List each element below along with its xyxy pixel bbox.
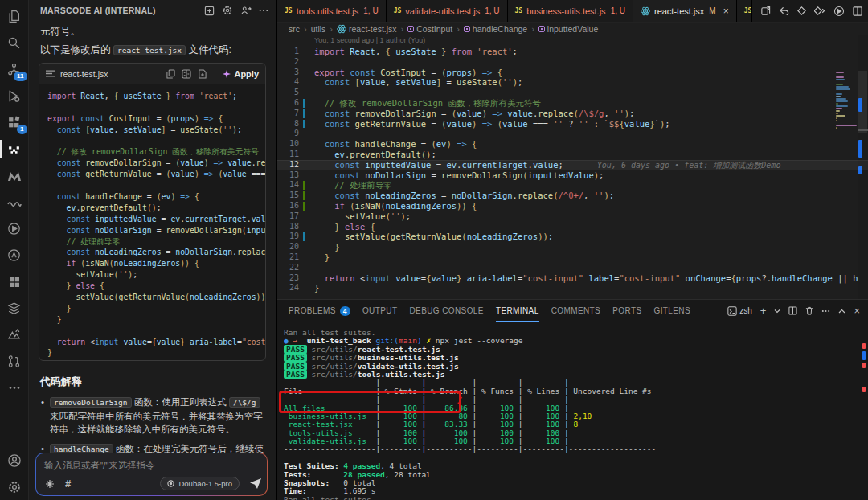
code-line: setValue(''); [314,211,868,222]
model-selector[interactable]: Doubao-1.5-pro [160,477,240,490]
tab-tools.utils.test.js[interactable]: JStools.utils.test.js1, U [277,0,387,22]
run-profile-icon[interactable] [0,215,29,242]
diff-icon[interactable] [182,69,191,79]
workspace-icon[interactable] [0,322,29,348]
run-icon[interactable] [833,6,845,17]
breadcrumb-item-inputtedValue[interactable]: inputtedValue [538,24,598,34]
split-editor-icon[interactable] [853,6,862,16]
breadcrumb-item-react-test.jsx[interactable]: react-test.jsx [337,24,397,34]
layers-icon[interactable] [0,295,29,322]
panel-tab-ports[interactable]: PORTS [612,301,641,322]
minimap[interactable] [836,72,857,129]
marscode-m-icon[interactable] [0,162,29,189]
activity-bar: 11 1 [0,0,29,500]
line-number: 11 [277,150,313,160]
code-line: // 修改 removeDollarSign 函数，移除所有美元符号 [314,98,868,109]
apply-button[interactable]: Apply [215,69,259,79]
tab-react-te[interactable]: JSreact-te [737,0,752,22]
minimap-line [836,110,840,112]
panel-tab-problems[interactable]: PROBLEMS4 [289,301,350,322]
code-line [314,88,868,98]
terminal-picker-icon[interactable] [774,309,780,314]
minimap-line [836,105,848,107]
panel-tab-bar: PROBLEMS4OUTPUTDEBUG CONSOLETERMINALCOMM… [277,300,868,322]
line-number: 10 [277,139,313,150]
feedback-icon[interactable] [240,6,252,16]
open-changes-icon[interactable] [760,6,771,16]
chat-code-line: return <input value={value} aria-label="… [47,337,265,348]
js-icon: JS [285,7,293,14]
diff-open-icon[interactable] [797,6,806,15]
code-line: } [314,242,868,252]
symbol-icon [464,26,470,32]
annotation-mark: } [457,390,462,404]
copy-icon[interactable] [166,69,175,79]
gitlens-authors-codelens[interactable]: You, 1 second ago | 1 author (You) [314,36,425,44]
split-terminal-icon[interactable] [788,306,797,315]
breadcrumb-item-utils[interactable]: utils [311,24,326,34]
more-icon[interactable] [0,375,29,401]
breadcrumb-item-src[interactable]: src [289,24,300,34]
source-control-icon[interactable]: 11 [0,56,29,83]
search-icon[interactable] [0,30,29,56]
tab-react-test.jsx[interactable]: react-test.jsxM× [633,0,737,22]
chat-code-line: // 处理前导零 [47,236,265,248]
terminal-line: --------------------|---------|---------… [284,445,855,453]
send-icon[interactable] [250,478,261,489]
panel-tab-comments[interactable]: COMMENTS [551,301,601,322]
back-icon[interactable] [779,7,789,15]
inline-file-chip: react-test.jsx [113,45,186,55]
line-number: 22 [277,263,313,273]
tab-business-utils.test.js[interactable]: JSbusiness-utils.test.js1, U [508,0,633,22]
line-number: 4 [277,77,313,88]
tab-validate-utils.test.js[interactable]: JSvalidate-utils.test.js1, U [387,0,508,22]
grid-icon[interactable] [0,268,29,295]
run-debug-icon[interactable] [0,83,29,109]
breadcrumb-item-handleChange[interactable]: handleChange [464,24,527,34]
test-account-icon[interactable] [0,242,29,268]
minimap-line [836,120,837,121]
settings-gear-icon[interactable] [0,473,29,500]
breadcrumb-item-CostInput[interactable]: CostInput [407,24,452,34]
diff-next-icon[interactable] [814,6,825,15]
panel-tab-gitlens[interactable]: GITLENS [653,301,690,322]
marscode-ai-icon[interactable] [0,136,29,162]
line-number: 7 [277,109,313,119]
close-panel-icon[interactable]: × [854,305,860,317]
panel-more-icon[interactable] [821,309,830,313]
code-line [314,263,868,273]
kill-terminal-icon[interactable] [805,306,813,315]
breadcrumb[interactable]: src›utils›react-test.jsx›CostInput›handl… [277,22,868,35]
code-line: } [314,252,868,263]
pull-request-icon[interactable] [0,348,29,375]
explorer-icon[interactable] [0,3,29,30]
chat-code-line: } else { [47,281,265,292]
chat-input-box[interactable]: 输入消息或者"/"来选择指令 # Doubao-1.5-pro [35,453,268,496]
context-hash-icon[interactable]: # [65,477,71,490]
extensions-icon[interactable]: 1 [0,109,29,136]
extensions-badge: 1 [17,125,27,134]
new-terminal-icon[interactable]: + [760,305,767,317]
code-line: const removeDollarSign = (value) => valu… [314,109,868,119]
account-icon[interactable] [0,447,29,473]
problems-badge: 4 [340,306,350,316]
new-chat-icon[interactable] [204,6,215,16]
minimap-line [836,79,845,80]
minimap-line [836,76,844,78]
chat-settings-icon[interactable] [222,5,233,16]
git-add-mark [303,202,305,211]
panel-tab-debug-console[interactable]: DEBUG CONSOLE [409,301,483,322]
insert-code-icon[interactable] [198,69,207,79]
panel-tab-terminal[interactable]: TERMINAL [496,301,539,322]
code-editor[interactable]: You, 1 second ago | 1 author (You) 12345… [277,35,868,299]
code-line: ev.preventDefault(); [314,150,868,160]
panel-tab-output[interactable]: OUTPUT [362,301,398,322]
chat-input-placeholder[interactable]: 输入消息或者"/"来选择指令 [36,453,267,472]
wave-icon[interactable] [0,189,29,215]
maximize-panel-icon[interactable] [838,309,845,314]
terminal-shell-item[interactable]: zsh [727,306,752,316]
chat-more-icon[interactable] [259,9,268,12]
skill-icon[interactable] [45,479,55,489]
close-tab-icon[interactable]: × [723,6,729,16]
line-number: 8 [277,119,313,129]
